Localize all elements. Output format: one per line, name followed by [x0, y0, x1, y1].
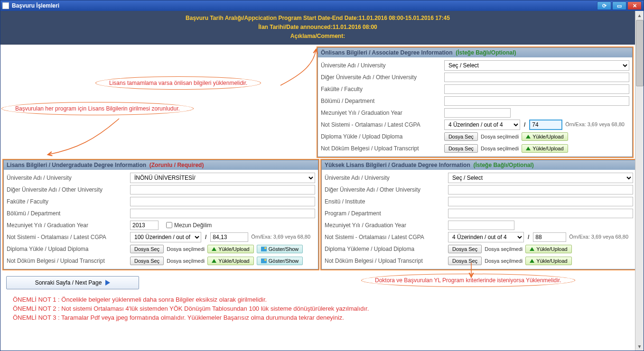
vertical-scrollbar[interactable]: ▲ ▼ — [635, 11, 644, 351]
gr-cgpa-scale-select[interactable]: 4 Üzerinden / out of 4 — [448, 232, 524, 242]
upload-icon — [526, 135, 531, 139]
assoc-cgpa-label: Not Sistemi - Ortalaması / Latest CGPA — [321, 121, 444, 128]
ug-other-university-label: Diğer Üniversite Adı / Other University — [7, 186, 130, 193]
assoc-cgpa-scale-select[interactable]: 4 Üzerinden / out of 4 — [444, 120, 520, 130]
next-page-button[interactable]: Sonraki Sayfa / Next Page — [6, 276, 139, 289]
important-notes: ÖNEMLİ NOT 1 : Öncelikle belgeler yüklen… — [3, 293, 632, 324]
image-icon — [261, 259, 267, 263]
gr-university-select[interactable]: Seç / Select — [448, 173, 633, 183]
ug-other-university-input[interactable] — [130, 185, 315, 194]
ug-university-label: Üniversite Adı / University — [7, 175, 130, 181]
refresh-button[interactable]: ⟳ — [597, 1, 611, 10]
banner-line1: Başvuru Tarih Aralığı/Appcication Progra… — [0, 14, 635, 23]
ug-not-graduated-wrapper[interactable]: Mezun Değilim — [166, 222, 212, 229]
ug-transcript-show-button[interactable]: Göster/Show — [257, 257, 303, 265]
note-3: ÖNEMLİ NOT 3 : Taramalar Pdf veya jpeg f… — [13, 314, 623, 321]
upload-icon — [530, 259, 534, 263]
assoc-diploma-file-status: Dosya seçilmedi — [481, 134, 519, 139]
assoc-diploma-upload-button[interactable]: Yükle/Upload — [522, 132, 568, 141]
gr-diploma-choose-button[interactable]: Dosya Seç — [448, 245, 482, 253]
ug-university-select[interactable]: İNÖNÜ ÜNİVERSİTESİ/ — [130, 173, 315, 183]
assoc-gradyear-label: Mezuniyet Yılı / Graduation Year — [321, 110, 444, 116]
gr-cgpa-hint: Örn/Exa: 3,69 veya 68,80 — [569, 234, 628, 240]
gr-transcript-choose-button[interactable]: Dosya Seç — [448, 257, 482, 265]
ug-department-input[interactable] — [130, 209, 315, 218]
upload-icon — [212, 247, 216, 251]
ug-cgpa-scale-select[interactable]: 100 Üzerinden / out of 1 — [130, 232, 201, 242]
undergrad-panel-header: Lisans Bilgileri / Undergraduate Degree … — [4, 160, 318, 170]
assoc-cgpa-input[interactable] — [529, 120, 562, 130]
gr-program-input[interactable] — [448, 209, 633, 218]
close-button[interactable]: ✕ — [627, 1, 642, 10]
ug-cgpa-label: Not Sistemi - Ortalaması / Latest CGPA — [7, 234, 130, 240]
gr-gradyear-label: Mezuniyet Yılı / Graduation Year — [325, 222, 448, 229]
info-banner: Başvuru Tarih Aralığı/Appcication Progra… — [0, 11, 635, 45]
assoc-transcript-choose-button[interactable]: Dosya Seç — [444, 144, 478, 153]
assoc-transcript-file-status: Dosya seçilmedi — [481, 146, 519, 151]
graduate-panel-header: Yüksek Lisans Bilgileri / Graduate Degre… — [322, 160, 635, 170]
assoc-other-university-label: Diğer Üniversite Adı / Other University — [321, 74, 444, 81]
scroll-down-arrow[interactable]: ▼ — [635, 342, 644, 351]
ug-cgpa-hint: Örn/Exa: 3,69 veya 68,80 — [251, 234, 310, 240]
gr-gradyear-input[interactable] — [448, 221, 514, 230]
banner-line3: Açıklama/Comment: — [0, 32, 635, 41]
assoc-diploma-label: Diploma Yükle / Upload Diploma — [321, 133, 444, 140]
upload-icon — [212, 259, 216, 263]
ug-transcript-choose-button[interactable]: Dosya Seç — [130, 257, 164, 265]
gr-other-university-label: Diğer Üniversite Adı / Other University — [325, 186, 448, 193]
gr-other-university-input[interactable] — [448, 185, 633, 194]
assoc-faculty-input[interactable] — [444, 84, 629, 94]
ug-transcript-file-status: Dosya seçilmedi — [167, 258, 205, 264]
gr-cgpa-input[interactable] — [533, 232, 566, 242]
ug-faculty-label: Fakülte / Faculty — [7, 198, 130, 205]
upload-icon — [530, 247, 534, 251]
gr-diploma-label: Diploma Yükleme / Upload Diploma — [325, 246, 448, 252]
ug-diploma-show-button[interactable]: Göster/Show — [257, 245, 303, 253]
ug-diploma-label: Diploma Yükle / Upload Diploma — [7, 246, 130, 252]
assoc-diploma-choose-button[interactable]: Dosya Seç — [444, 132, 478, 141]
assoc-department-label: Bölümü / Department — [321, 98, 444, 104]
ug-diploma-choose-button[interactable]: Dosya Seç — [130, 245, 164, 253]
banner-line2: İlan Tarihi/Date announced:11.01.2016 08… — [0, 23, 635, 32]
upload-icon — [526, 147, 531, 150]
annotation-graduate: Doktora ve Başvurulan YL Program kriterl… — [361, 277, 575, 284]
ug-department-label: Bölümü / Department — [7, 210, 130, 217]
note-2: ÖNEMLİ NOT 2 : Not sistemi Ortalaması 4'… — [13, 305, 623, 312]
window-icon — [2, 2, 9, 9]
gr-transcript-file-status: Dosya seçilmedi — [485, 258, 523, 264]
gr-institute-input[interactable] — [448, 197, 633, 206]
ug-not-graduated-checkbox[interactable] — [166, 222, 172, 228]
annotation-onlisans: Lisans tamamlama varsa önlisan bilgileri… — [95, 80, 261, 86]
associate-panel-header: Önlisans Bilgileri / Associate Degree In… — [318, 48, 632, 57]
gr-transcript-upload-button[interactable]: Yükle/Upload — [525, 257, 571, 265]
annotation-lisans: Başvurulan her program için Lisans Bilgi… — [1, 105, 194, 112]
ug-diploma-file-status: Dosya seçilmedi — [167, 246, 205, 252]
ug-faculty-input[interactable] — [130, 197, 315, 206]
window-title: Başvuru İşlemleri — [12, 2, 59, 9]
ug-cgpa-input[interactable] — [210, 232, 248, 242]
slash-separator: / — [204, 234, 207, 240]
assoc-other-university-input[interactable] — [444, 73, 629, 82]
gr-program-label: Program / Department — [325, 210, 448, 217]
assoc-gradyear-input[interactable] — [444, 108, 511, 118]
gr-diploma-upload-button[interactable]: Yükle/Upload — [525, 245, 571, 253]
gr-institute-label: Ensitü / Institute — [325, 198, 448, 205]
ug-transcript-upload-button[interactable]: Yükle/Upload — [207, 257, 253, 265]
slash-separator: / — [523, 121, 526, 128]
ug-gradyear-label: Mezuniyet Yılı / Graduation Year — [7, 222, 130, 229]
assoc-transcript-upload-button[interactable]: Yükle/Upload — [522, 144, 568, 153]
arrow-right-icon — [105, 280, 110, 286]
app-window: Başvuru İşlemleri ⟳ ▭ ✕ Başvuru Tarih Ar… — [0, 0, 644, 351]
gr-transcript-label: Not Döküm Belgesi / Upload Transcript — [325, 258, 448, 264]
minimize-button[interactable]: ▭ — [612, 1, 626, 10]
scroll-up-arrow[interactable]: ▲ — [635, 11, 644, 19]
ug-gradyear-input[interactable] — [130, 221, 159, 230]
assoc-transcript-label: Not Döküm Belgesi / Upload Transcript — [321, 145, 444, 152]
gr-cgpa-label: Not Sistemi - Ortalaması / Latest CGPA — [325, 234, 448, 240]
assoc-department-input[interactable] — [444, 96, 629, 106]
main-area: Başvuru Tarih Aralığı/Appcication Progra… — [0, 11, 635, 351]
gr-diploma-file-status: Dosya seçilmedi — [485, 246, 523, 252]
ug-diploma-upload-button[interactable]: Yükle/Upload — [207, 245, 253, 253]
scroll-thumb[interactable] — [636, 20, 644, 86]
assoc-university-select[interactable]: Seç / Select — [444, 60, 629, 71]
